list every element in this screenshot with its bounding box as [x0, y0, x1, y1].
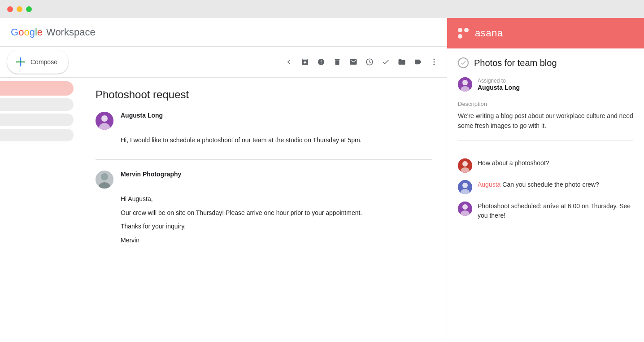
nav-item-inbox[interactable]	[0, 81, 74, 96]
svg-point-6	[101, 115, 108, 122]
assigned-to-label: Assigned to	[478, 78, 520, 84]
gmail-toolbar-row: Compose	[0, 47, 447, 78]
message-text-2-1: Our crew will be on site on Thursday! Pl…	[121, 208, 432, 218]
app-container: Google Workspace Compose	[0, 18, 644, 342]
asana-dot-3	[458, 34, 462, 39]
move-icon[interactable]	[396, 57, 407, 67]
nav-item-1[interactable]	[0, 98, 74, 111]
workspace-text: Workspace	[46, 26, 96, 38]
label-icon[interactable]	[413, 57, 423, 67]
asana-brand-name: asana	[475, 27, 503, 39]
sender-name-2: Mervin Photography	[121, 171, 181, 178]
svg-point-21	[462, 204, 468, 210]
email-message-1: Augusta Long Hi, I would like to schedul…	[96, 112, 432, 160]
comment-avatar-2	[458, 180, 472, 194]
comment-item-3: Photoshoot scheduled: arrive at 6:00 on …	[458, 202, 633, 220]
task-content: Photos for team blog Assigned to Augusta…	[447, 48, 644, 158]
mark-unread-icon[interactable]	[348, 57, 359, 67]
task-description-section: Description We're writing a blog post ab…	[458, 101, 633, 140]
message-body-2: Hi Augusta, Our crew will be on site on …	[121, 194, 432, 245]
comment-avatar-1	[458, 158, 472, 173]
avatar-mervin	[96, 171, 113, 189]
g-letter-yellow: o	[24, 26, 29, 38]
description-text: We're writing a blog post about our work…	[458, 111, 633, 131]
comment-text-2-rest: Can you schedule the photo crew?	[500, 181, 599, 188]
email-content: Photoshoot request Augusta Long	[0, 78, 447, 342]
comment-text-2: Augusta Can you schedule the photo crew?	[478, 180, 599, 189]
message-header-2: Mervin Photography	[96, 171, 432, 189]
asana-dots-icon	[458, 28, 470, 39]
archive-icon[interactable]	[300, 57, 310, 67]
svg-point-15	[462, 161, 468, 167]
message-text-2-3: Mervin	[121, 235, 432, 245]
task-complete-icon[interactable]	[458, 57, 469, 68]
comment-avatar-3	[458, 202, 472, 216]
spam-icon[interactable]	[316, 57, 326, 67]
task-title: Photos for team blog	[474, 58, 557, 68]
assigned-info: Assigned to Augusta Long	[478, 78, 520, 91]
asana-dot-1	[458, 28, 462, 32]
email-message-2: Mervin Photography Hi Augusta, Our crew …	[96, 171, 432, 259]
close-button[interactable]	[7, 6, 13, 12]
window-chrome	[0, 0, 644, 18]
email-subject: Photoshoot request	[96, 88, 432, 101]
comment-text-1: How about a photoshoot?	[478, 158, 549, 168]
toolbar-actions	[283, 57, 439, 67]
task-title-row: Photos for team blog	[458, 57, 633, 68]
maximize-button[interactable]	[26, 6, 32, 12]
task-assigned-avatar	[458, 77, 472, 92]
svg-point-12	[462, 80, 468, 85]
compose-plus-icon	[14, 56, 27, 68]
asana-header: asana	[447, 18, 644, 48]
google-logo-text: Google	[11, 26, 43, 38]
message-text-2-2: Thanks for your inquiry,	[121, 221, 432, 231]
message-text-2-0: Hi Augusta,	[121, 194, 432, 204]
svg-point-3	[434, 61, 435, 63]
compose-label: Compose	[30, 58, 57, 66]
email-thread: Photoshoot request Augusta Long	[81, 78, 447, 342]
asana-dot-2	[464, 28, 469, 32]
asana-panel: asana Photos for team blog	[447, 18, 644, 342]
asana-logo: asana	[458, 27, 503, 39]
description-label: Description	[458, 101, 633, 107]
g-letter-red2: e	[37, 26, 43, 38]
message-text-1: Hi, I would like to schedule a photoshoo…	[121, 135, 432, 145]
snooze-icon[interactable]	[364, 57, 375, 67]
nav-sidebar	[0, 78, 81, 342]
sender-name-1: Augusta Long	[121, 112, 163, 119]
delete-icon[interactable]	[332, 57, 343, 67]
comment-item-2: Augusta Can you schedule the photo crew?	[458, 180, 633, 194]
comment-text-3: Photoshoot scheduled: arrive at 6:00 on …	[478, 202, 633, 220]
nav-item-2[interactable]	[0, 114, 74, 126]
comment-item-1: How about a photoshoot?	[458, 158, 633, 173]
nav-item-3[interactable]	[0, 129, 74, 141]
back-icon[interactable]	[283, 57, 294, 67]
comments-section: How about a photoshoot? Augusta Can you …	[447, 158, 644, 229]
compose-button[interactable]: Compose	[7, 50, 68, 74]
task-assigned-row: Assigned to Augusta Long	[458, 77, 633, 92]
comment-mention: Augusta	[478, 181, 500, 188]
gmail-header: Google Workspace	[0, 18, 447, 47]
avatar-augusta	[96, 112, 113, 130]
done-icon[interactable]	[380, 57, 391, 67]
svg-point-9	[101, 173, 108, 180]
svg-point-18	[462, 183, 468, 188]
assigned-to-name: Augusta Long	[478, 84, 520, 91]
gmail-panel: Google Workspace Compose	[0, 18, 447, 342]
g-letter-red: o	[18, 26, 24, 38]
more-icon[interactable]	[429, 57, 439, 67]
g-letter-blue: G	[11, 26, 18, 38]
message-body-1: Hi, I would like to schedule a photoshoo…	[121, 135, 432, 145]
g-letter-blue2: g	[30, 26, 35, 38]
message-header-1: Augusta Long	[96, 112, 432, 130]
svg-point-2	[434, 59, 435, 60]
google-workspace-logo: Google Workspace	[11, 26, 96, 38]
svg-point-4	[434, 64, 435, 65]
minimize-button[interactable]	[17, 6, 22, 12]
